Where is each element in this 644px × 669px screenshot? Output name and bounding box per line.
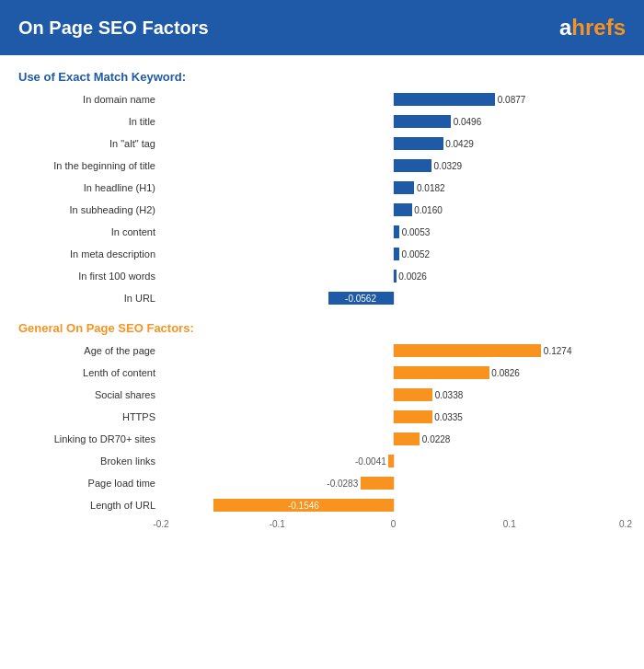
bar-value: 0.0228 bbox=[422, 434, 451, 444]
bar-positive bbox=[394, 410, 432, 423]
bar-track: 0.0826 bbox=[161, 366, 626, 379]
bar-positive bbox=[394, 225, 400, 238]
bar-track: 0.0429 bbox=[161, 137, 626, 150]
bar-label: In subheading (H2) bbox=[18, 204, 161, 215]
bar-chart-area: -0.0283 bbox=[161, 475, 626, 491]
bar-label: In headline (H1) bbox=[18, 182, 161, 193]
bar-chart-area: 0.0335 bbox=[161, 409, 626, 425]
bar-positive bbox=[394, 270, 397, 283]
bar-track: 0.0052 bbox=[161, 248, 626, 260]
bar-positive bbox=[394, 388, 433, 401]
bar-label: In meta description bbox=[18, 248, 161, 260]
bar-row: In "alt" tag0.0429 bbox=[18, 133, 626, 154]
x-axis-label: 0.1 bbox=[503, 519, 516, 529]
bar-label: In "alt" tag bbox=[18, 138, 161, 149]
bar-value: 0.0496 bbox=[454, 117, 482, 127]
bar-track: 0.0026 bbox=[161, 270, 626, 283]
bar-row: Page load time-0.0283 bbox=[18, 473, 626, 493]
header: On Page SEO Factors ahrefs bbox=[0, 0, 644, 55]
bar-row: Age of the page0.1274 bbox=[18, 340, 626, 361]
bar-track: 0.0228 bbox=[161, 433, 626, 445]
bar-value: 0.0052 bbox=[402, 249, 431, 260]
bar-row: In title0.0496 bbox=[18, 111, 626, 132]
bar-label: In content bbox=[18, 226, 161, 237]
bar-row: In the beginning of title0.0329 bbox=[18, 156, 626, 176]
bar-track: 0.0877 bbox=[161, 93, 626, 106]
bar-row: Linking to DR70+ sites0.0228 bbox=[18, 429, 626, 449]
bar-value: 0.0338 bbox=[435, 390, 464, 400]
logo-hrefs: hrefs bbox=[571, 15, 626, 40]
bar-track: 0.0329 bbox=[161, 159, 626, 172]
bar-value: 0.0026 bbox=[398, 271, 427, 282]
bar-row: In domain name0.0877 bbox=[18, 89, 626, 110]
bar-value: 0.1274 bbox=[544, 346, 572, 356]
chart-container: Use of Exact Match Keyword:In domain nam… bbox=[0, 55, 644, 543]
bar-chart-area: 0.0228 bbox=[161, 431, 626, 447]
bar-row: Lenth of content0.0826 bbox=[18, 363, 626, 383]
bar-positive bbox=[394, 203, 412, 216]
logo: ahrefs bbox=[559, 15, 626, 40]
bar-label: Lenth of content bbox=[18, 367, 161, 378]
logo-a: a bbox=[559, 15, 571, 40]
bar-track: 0.0053 bbox=[161, 225, 626, 238]
bar-track: 0.0182 bbox=[161, 181, 626, 194]
bar-value: -0.1546 bbox=[288, 501, 319, 511]
bar-positive bbox=[394, 366, 489, 379]
bar-chart-area: 0.0877 bbox=[161, 91, 626, 108]
bar-track: 0.0335 bbox=[161, 410, 626, 423]
page-title: On Page SEO Factors bbox=[18, 17, 209, 39]
bar-negative bbox=[388, 455, 393, 467]
bar-positive bbox=[394, 93, 496, 106]
bar-value: -0.0283 bbox=[327, 479, 358, 489]
bar-label: Age of the page bbox=[18, 345, 161, 356]
section-title-general: General On Page SEO Factors: bbox=[18, 321, 626, 335]
bar-track: 0.0338 bbox=[161, 388, 626, 401]
bar-chart-area: 0.0429 bbox=[161, 135, 626, 152]
bar-chart-area: 0.1274 bbox=[161, 342, 626, 359]
bar-value: 0.0877 bbox=[498, 95, 526, 105]
bar-row: In content0.0053 bbox=[18, 222, 626, 242]
x-axis: -0.2-0.100.10.2 bbox=[161, 519, 626, 534]
bar-track: 0.1274 bbox=[161, 344, 626, 357]
bar-value: 0.0335 bbox=[434, 412, 463, 422]
bar-negative bbox=[361, 477, 394, 490]
bar-row: Broken links-0.0041 bbox=[18, 451, 626, 471]
bar-label: In URL bbox=[18, 293, 161, 304]
bar-positive bbox=[394, 248, 400, 260]
bar-label: Page load time bbox=[18, 478, 161, 489]
bar-label: Broken links bbox=[18, 456, 161, 467]
bar-chart-area: -0.0041 bbox=[161, 453, 626, 469]
bar-chart-area: 0.0496 bbox=[161, 113, 626, 130]
x-axis-label: 0.2 bbox=[619, 519, 632, 529]
bar-label: In first 100 words bbox=[18, 271, 161, 282]
bar-value: 0.0053 bbox=[402, 227, 431, 237]
bar-row: In first 100 words0.0026 bbox=[18, 266, 626, 286]
bar-chart-area: 0.0329 bbox=[161, 157, 626, 174]
bar-row: In headline (H1)0.0182 bbox=[18, 178, 626, 198]
bar-label: In domain name bbox=[18, 94, 161, 105]
bar-chart-area: 0.0026 bbox=[161, 268, 626, 284]
bar-label: HTTPS bbox=[18, 411, 161, 422]
bar-positive bbox=[394, 159, 432, 172]
bar-value: -0.0041 bbox=[355, 456, 386, 467]
bar-chart-area: 0.0826 bbox=[161, 364, 626, 381]
bar-positive bbox=[394, 344, 542, 357]
chart-wrapper: Use of Exact Match Keyword:In domain nam… bbox=[18, 70, 626, 534]
bar-chart-area: 0.0182 bbox=[161, 179, 626, 196]
bar-positive bbox=[394, 433, 420, 445]
bar-value: -0.0562 bbox=[345, 294, 376, 304]
bar-value: 0.0329 bbox=[434, 161, 463, 171]
bar-label: Social shares bbox=[18, 389, 161, 400]
bar-label: Length of URL bbox=[18, 500, 161, 511]
bar-chart-area: 0.0052 bbox=[161, 246, 626, 262]
bar-label: Linking to DR70+ sites bbox=[18, 433, 161, 444]
bars-wrapper: Use of Exact Match Keyword:In domain nam… bbox=[18, 70, 626, 515]
bar-chart-area: -0.1546 bbox=[161, 497, 626, 513]
bar-label: In title bbox=[18, 116, 161, 127]
bar-positive bbox=[394, 181, 415, 194]
bar-track: 0.0496 bbox=[161, 115, 626, 128]
bar-row: Length of URL-0.1546 bbox=[18, 495, 626, 515]
bar-chart-area: 0.0160 bbox=[161, 202, 626, 218]
bar-value: 0.0182 bbox=[417, 183, 445, 193]
bar-row: In meta description0.0052 bbox=[18, 244, 626, 264]
